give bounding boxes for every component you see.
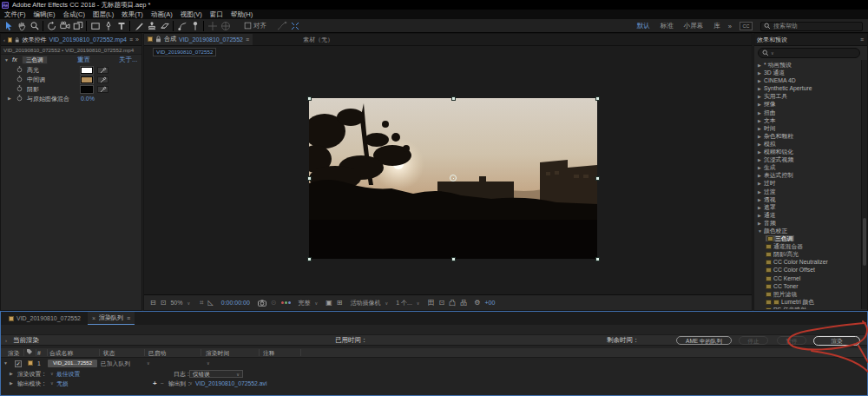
- effects-category-expanded[interactable]: ▼颜色校正: [754, 227, 860, 234]
- tab-scroll-left-icon[interactable]: ‹: [3, 37, 5, 43]
- effect-item[interactable]: CC Color Neutralizer: [754, 258, 860, 266]
- color-swatch[interactable]: [81, 67, 93, 74]
- selection-handle[interactable]: [307, 96, 312, 101]
- align-toggle[interactable]: 对齐: [244, 22, 266, 30]
- render-checkbox[interactable]: ✓: [15, 360, 22, 367]
- output-module-value[interactable]: 无损: [56, 379, 69, 388]
- comp-mini-flowchart-chip[interactable]: VID_20190810_072552: [153, 48, 216, 56]
- effect-item[interactable]: 通道混合器: [754, 242, 860, 250]
- output-to-value[interactable]: VID_20190810_072552.avi: [195, 379, 266, 388]
- magnification-select[interactable]: 50%: [170, 300, 182, 306]
- show-snapshot-icon[interactable]: ⊙: [271, 299, 277, 307]
- menu-item[interactable]: 帮助(H): [231, 10, 253, 19]
- minimize-viewer-icon[interactable]: ⊟: [150, 299, 156, 307]
- selection-handle[interactable]: [595, 96, 600, 101]
- effect-item[interactable]: CC Color Offset: [754, 266, 860, 274]
- remove-output-icon[interactable]: −: [161, 379, 164, 388]
- help-search-input[interactable]: 搜索帮助: [760, 22, 863, 31]
- effect-item[interactable]: Lumetri 颜色: [754, 298, 860, 306]
- effects-category[interactable]: ▶* 动画预设: [754, 61, 860, 69]
- label-color-chip[interactable]: [28, 360, 33, 366]
- clone-stamp-tool[interactable]: [145, 20, 158, 32]
- anchor-point[interactable]: [450, 175, 457, 182]
- effects-category[interactable]: ▶抠像: [754, 100, 860, 108]
- type-tool[interactable]: [115, 20, 128, 32]
- stopwatch-icon[interactable]: [16, 95, 23, 104]
- panel-menu-icon[interactable]: ≡: [246, 36, 249, 43]
- effect-item[interactable]: PS 任意映射: [754, 306, 860, 309]
- hand-tool[interactable]: [15, 20, 28, 32]
- menu-item[interactable]: 视图(V): [181, 10, 202, 19]
- tab-render-queue[interactable]: × 渲染队列 ≡: [88, 312, 135, 325]
- effects-category[interactable]: ▶杂色和颗粒: [754, 132, 860, 140]
- viewer-layout-icon[interactable]: ⊡: [161, 299, 167, 307]
- tab-effects-presets[interactable]: 效果和预设: [757, 36, 787, 44]
- tab-effect-controls-file[interactable]: VID_20190810_072552.mp4: [49, 36, 127, 43]
- color-swatch[interactable]: [81, 86, 93, 93]
- twirl-right-icon[interactable]: ▶: [10, 379, 13, 388]
- eraser-tool[interactable]: [158, 20, 171, 32]
- mask-visibility-icon[interactable]: ◺: [208, 299, 214, 307]
- effects-category[interactable]: ▶音频: [754, 219, 860, 227]
- effect-item[interactable]: 三色调: [754, 234, 860, 242]
- effect-twirl-icon[interactable]: ▼: [4, 55, 9, 65]
- cc-sync-icon[interactable]: CC: [740, 22, 753, 30]
- effects-scrollbar[interactable]: [861, 60, 867, 309]
- timeline-graph-icon[interactable]: 凸: [449, 298, 456, 307]
- region-of-interest-icon[interactable]: ▣: [326, 299, 332, 307]
- local-axis-icon[interactable]: [206, 20, 219, 32]
- add-output-icon[interactable]: +: [153, 379, 157, 388]
- queue-in-ame-button[interactable]: AME 中的队列: [676, 336, 732, 345]
- comp-name-field[interactable]: VID_201...72552: [48, 360, 97, 367]
- tab-overflow-icon[interactable]: »: [135, 36, 139, 43]
- tab-composition[interactable]: 合成 VID_20190810_072552 ≡: [144, 34, 253, 46]
- effects-category[interactable]: ▶过时: [754, 179, 860, 187]
- selection-handle[interactable]: [595, 257, 600, 261]
- timecode[interactable]: 0:00:00:00: [221, 300, 250, 306]
- puppet-pin-tool[interactable]: [188, 20, 201, 32]
- effects-category[interactable]: ▶遮罩: [754, 203, 860, 211]
- zoom-tool[interactable]: [28, 20, 41, 32]
- effects-category[interactable]: ▶透视: [754, 195, 860, 203]
- eyedropper-icon[interactable]: [97, 67, 108, 74]
- effects-category[interactable]: ▶模糊和锐化: [754, 148, 860, 155]
- eyedropper-icon[interactable]: [97, 86, 108, 93]
- rotation-tool[interactable]: [45, 20, 58, 32]
- eyedropper-icon[interactable]: [97, 76, 108, 83]
- effects-category[interactable]: ▶3D 通道: [754, 69, 860, 76]
- rectangle-tool[interactable]: [89, 20, 102, 32]
- effect-name[interactable]: 三色调: [22, 56, 48, 64]
- menu-item[interactable]: 动画(A): [151, 10, 173, 19]
- twirl-right-icon[interactable]: ▶: [8, 94, 11, 103]
- roto-brush-tool[interactable]: [175, 20, 188, 32]
- pen-tool[interactable]: [102, 20, 115, 32]
- workspace-标准[interactable]: 标准: [661, 22, 674, 30]
- selection-handle[interactable]: [307, 176, 312, 181]
- twirl-down-icon[interactable]: ▼: [758, 228, 764, 235]
- selection-handle[interactable]: [451, 257, 456, 261]
- effects-category[interactable]: ▶过渡: [754, 188, 860, 195]
- workspace-overflow-chevron[interactable]: »: [728, 23, 732, 30]
- effects-category[interactable]: ▶生成: [754, 163, 860, 171]
- effects-category[interactable]: ▶扭曲: [754, 109, 860, 116]
- menu-item[interactable]: 文件(F): [4, 10, 26, 19]
- lock-icon[interactable]: [155, 36, 161, 43]
- effects-category[interactable]: ▶表达式控制: [754, 171, 860, 179]
- twirl-down-icon[interactable]: ▼: [3, 359, 8, 368]
- effects-category[interactable]: ▶实用工具: [754, 92, 860, 100]
- render-button[interactable]: 渲染: [813, 336, 860, 346]
- menu-item[interactable]: 效果(T): [122, 10, 143, 19]
- effects-search-input[interactable]: ∨: [758, 48, 860, 58]
- resolution-select[interactable]: 完整: [299, 299, 311, 307]
- workspace-小屏幕[interactable]: 小屏幕: [684, 22, 704, 30]
- lock-icon[interactable]: [15, 36, 19, 43]
- brush-tool[interactable]: [132, 20, 145, 32]
- channels-icon[interactable]: [281, 301, 291, 304]
- motion-path-icon[interactable]: [275, 20, 288, 32]
- effect-item[interactable]: CC Toner: [754, 282, 860, 290]
- transparency-grid-icon[interactable]: ⊞: [337, 299, 343, 307]
- panel-menu-icon[interactable]: ≡: [129, 36, 133, 43]
- menu-item[interactable]: 编辑(E): [34, 10, 56, 19]
- workspace-默认[interactable]: 默认: [637, 22, 650, 30]
- view-layout-select[interactable]: 1 个...: [396, 299, 412, 307]
